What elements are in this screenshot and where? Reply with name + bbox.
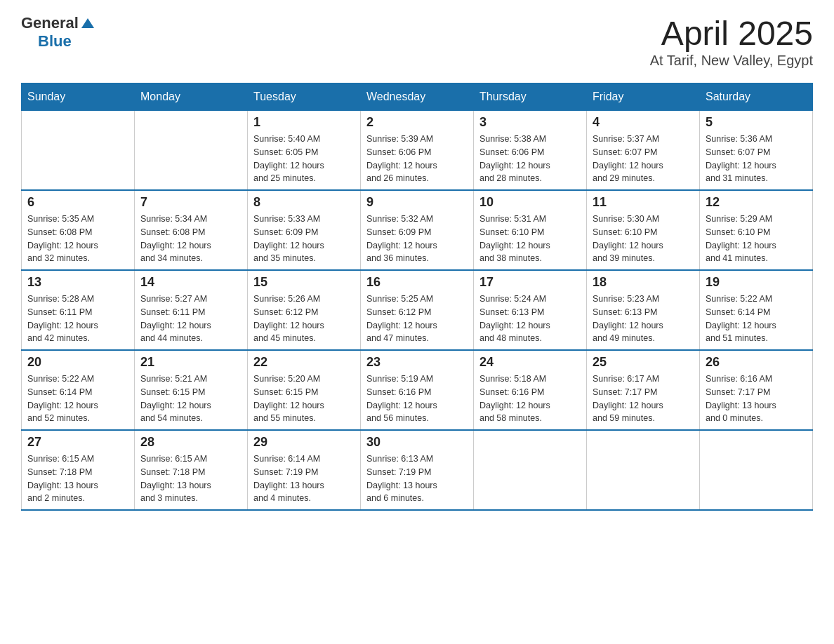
calendar-cell: 1Sunrise: 5:40 AMSunset: 6:05 PMDaylight… bbox=[248, 111, 361, 191]
day-info: Sunrise: 6:15 AMSunset: 7:18 PMDaylight:… bbox=[140, 452, 241, 505]
day-number: 29 bbox=[253, 435, 355, 450]
calendar-cell bbox=[587, 430, 700, 510]
title-block: April 2025 At Tarif, New Valley, Egypt bbox=[650, 14, 813, 69]
svg-marker-0 bbox=[81, 18, 94, 28]
day-info: Sunrise: 6:17 AMSunset: 7:17 PMDaylight:… bbox=[593, 373, 694, 425]
calendar-cell: 8Sunrise: 5:33 AMSunset: 6:09 PMDaylight… bbox=[248, 190, 361, 270]
calendar-cell: 9Sunrise: 5:32 AMSunset: 6:09 PMDaylight… bbox=[361, 190, 474, 270]
day-number: 16 bbox=[366, 275, 468, 290]
day-info: Sunrise: 5:19 AMSunset: 6:16 PMDaylight:… bbox=[366, 373, 468, 425]
day-number: 24 bbox=[479, 355, 581, 370]
day-info: Sunrise: 6:15 AMSunset: 7:18 PMDaylight:… bbox=[27, 452, 128, 505]
weekday-header-wednesday: Wednesday bbox=[361, 83, 474, 111]
logo: General Blue bbox=[21, 14, 95, 51]
logo-blue: Blue bbox=[38, 32, 72, 51]
weekday-header-row: SundayMondayTuesdayWednesdayThursdayFrid… bbox=[22, 83, 813, 111]
day-number: 10 bbox=[479, 195, 581, 210]
calendar-cell: 13Sunrise: 5:28 AMSunset: 6:11 PMDayligh… bbox=[22, 270, 135, 350]
day-info: Sunrise: 5:26 AMSunset: 6:12 PMDaylight:… bbox=[253, 293, 355, 345]
calendar-table: SundayMondayTuesdayWednesdayThursdayFrid… bbox=[21, 83, 813, 511]
calendar-cell: 21Sunrise: 5:21 AMSunset: 6:15 PMDayligh… bbox=[135, 350, 248, 430]
day-number: 18 bbox=[593, 275, 694, 290]
calendar-cell: 4Sunrise: 5:37 AMSunset: 6:07 PMDaylight… bbox=[587, 111, 700, 191]
calendar-cell: 19Sunrise: 5:22 AMSunset: 6:14 PMDayligh… bbox=[700, 270, 813, 350]
day-info: Sunrise: 5:32 AMSunset: 6:09 PMDaylight:… bbox=[366, 213, 468, 265]
calendar-cell: 7Sunrise: 5:34 AMSunset: 6:08 PMDaylight… bbox=[135, 190, 248, 270]
calendar-week-4: 20Sunrise: 5:22 AMSunset: 6:14 PMDayligh… bbox=[22, 350, 813, 430]
day-number: 13 bbox=[27, 275, 128, 290]
day-info: Sunrise: 5:35 AMSunset: 6:08 PMDaylight:… bbox=[27, 213, 128, 265]
calendar-header: SundayMondayTuesdayWednesdayThursdayFrid… bbox=[22, 83, 813, 111]
day-info: Sunrise: 5:27 AMSunset: 6:11 PMDaylight:… bbox=[140, 293, 241, 345]
day-number: 12 bbox=[706, 195, 807, 210]
weekday-header-thursday: Thursday bbox=[474, 83, 587, 111]
day-number: 17 bbox=[479, 275, 581, 290]
day-number: 23 bbox=[366, 355, 468, 370]
logo-general: General bbox=[21, 14, 79, 32]
page-header: General Blue April 2025 At Tarif, New Va… bbox=[21, 14, 813, 69]
calendar-cell: 3Sunrise: 5:38 AMSunset: 6:06 PMDaylight… bbox=[474, 111, 587, 191]
day-info: Sunrise: 6:14 AMSunset: 7:19 PMDaylight:… bbox=[253, 452, 355, 505]
day-number: 22 bbox=[253, 355, 355, 370]
day-number: 26 bbox=[706, 355, 807, 370]
day-info: Sunrise: 5:22 AMSunset: 6:14 PMDaylight:… bbox=[27, 373, 128, 425]
day-number: 5 bbox=[706, 115, 807, 130]
calendar-cell: 15Sunrise: 5:26 AMSunset: 6:12 PMDayligh… bbox=[248, 270, 361, 350]
day-info: Sunrise: 5:22 AMSunset: 6:14 PMDaylight:… bbox=[706, 293, 807, 345]
calendar-cell bbox=[474, 430, 587, 510]
calendar-cell: 18Sunrise: 5:23 AMSunset: 6:13 PMDayligh… bbox=[587, 270, 700, 350]
day-info: Sunrise: 5:34 AMSunset: 6:08 PMDaylight:… bbox=[140, 213, 241, 265]
day-info: Sunrise: 5:38 AMSunset: 6:06 PMDaylight:… bbox=[479, 133, 581, 185]
day-info: Sunrise: 5:33 AMSunset: 6:09 PMDaylight:… bbox=[253, 213, 355, 265]
day-info: Sunrise: 6:16 AMSunset: 7:17 PMDaylight:… bbox=[706, 373, 807, 425]
calendar-body: 1Sunrise: 5:40 AMSunset: 6:05 PMDaylight… bbox=[22, 111, 813, 511]
calendar-week-3: 13Sunrise: 5:28 AMSunset: 6:11 PMDayligh… bbox=[22, 270, 813, 350]
weekday-header-sunday: Sunday bbox=[22, 83, 135, 111]
day-number: 30 bbox=[366, 435, 468, 450]
day-info: Sunrise: 5:39 AMSunset: 6:06 PMDaylight:… bbox=[366, 133, 468, 185]
calendar-cell: 6Sunrise: 5:35 AMSunset: 6:08 PMDaylight… bbox=[22, 190, 135, 270]
weekday-header-saturday: Saturday bbox=[700, 83, 813, 111]
page-title: April 2025 bbox=[650, 14, 813, 53]
day-info: Sunrise: 5:24 AMSunset: 6:13 PMDaylight:… bbox=[479, 293, 581, 345]
calendar-cell: 12Sunrise: 5:29 AMSunset: 6:10 PMDayligh… bbox=[700, 190, 813, 270]
day-info: Sunrise: 5:29 AMSunset: 6:10 PMDaylight:… bbox=[706, 213, 807, 265]
day-info: Sunrise: 5:21 AMSunset: 6:15 PMDaylight:… bbox=[140, 373, 241, 425]
day-number: 1 bbox=[253, 115, 355, 130]
calendar-cell: 5Sunrise: 5:36 AMSunset: 6:07 PMDaylight… bbox=[700, 111, 813, 191]
calendar-cell: 29Sunrise: 6:14 AMSunset: 7:19 PMDayligh… bbox=[248, 430, 361, 510]
calendar-cell bbox=[700, 430, 813, 510]
calendar-cell: 28Sunrise: 6:15 AMSunset: 7:18 PMDayligh… bbox=[135, 430, 248, 510]
day-number: 4 bbox=[593, 115, 694, 130]
calendar-cell: 22Sunrise: 5:20 AMSunset: 6:15 PMDayligh… bbox=[248, 350, 361, 430]
calendar-cell: 14Sunrise: 5:27 AMSunset: 6:11 PMDayligh… bbox=[135, 270, 248, 350]
day-info: Sunrise: 5:23 AMSunset: 6:13 PMDaylight:… bbox=[593, 293, 694, 345]
day-number: 28 bbox=[140, 435, 241, 450]
calendar-week-2: 6Sunrise: 5:35 AMSunset: 6:08 PMDaylight… bbox=[22, 190, 813, 270]
calendar-cell: 24Sunrise: 5:18 AMSunset: 6:16 PMDayligh… bbox=[474, 350, 587, 430]
calendar-cell: 20Sunrise: 5:22 AMSunset: 6:14 PMDayligh… bbox=[22, 350, 135, 430]
day-info: Sunrise: 5:36 AMSunset: 6:07 PMDaylight:… bbox=[706, 133, 807, 185]
calendar-cell: 26Sunrise: 6:16 AMSunset: 7:17 PMDayligh… bbox=[700, 350, 813, 430]
day-number: 11 bbox=[593, 195, 694, 210]
day-number: 2 bbox=[366, 115, 468, 130]
day-number: 9 bbox=[366, 195, 468, 210]
calendar-cell: 30Sunrise: 6:13 AMSunset: 7:19 PMDayligh… bbox=[361, 430, 474, 510]
day-number: 7 bbox=[140, 195, 241, 210]
day-info: Sunrise: 5:25 AMSunset: 6:12 PMDaylight:… bbox=[366, 293, 468, 345]
calendar-cell: 10Sunrise: 5:31 AMSunset: 6:10 PMDayligh… bbox=[474, 190, 587, 270]
day-number: 15 bbox=[253, 275, 355, 290]
weekday-header-tuesday: Tuesday bbox=[248, 83, 361, 111]
calendar-cell bbox=[135, 111, 248, 191]
day-number: 6 bbox=[27, 195, 128, 210]
calendar-week-5: 27Sunrise: 6:15 AMSunset: 7:18 PMDayligh… bbox=[22, 430, 813, 510]
day-info: Sunrise: 5:18 AMSunset: 6:16 PMDaylight:… bbox=[479, 373, 581, 425]
calendar-cell: 11Sunrise: 5:30 AMSunset: 6:10 PMDayligh… bbox=[587, 190, 700, 270]
calendar-cell: 16Sunrise: 5:25 AMSunset: 6:12 PMDayligh… bbox=[361, 270, 474, 350]
day-info: Sunrise: 5:40 AMSunset: 6:05 PMDaylight:… bbox=[253, 133, 355, 185]
day-number: 21 bbox=[140, 355, 241, 370]
day-number: 14 bbox=[140, 275, 241, 290]
day-info: Sunrise: 5:31 AMSunset: 6:10 PMDaylight:… bbox=[479, 213, 581, 265]
calendar-cell bbox=[22, 111, 135, 191]
day-number: 8 bbox=[253, 195, 355, 210]
